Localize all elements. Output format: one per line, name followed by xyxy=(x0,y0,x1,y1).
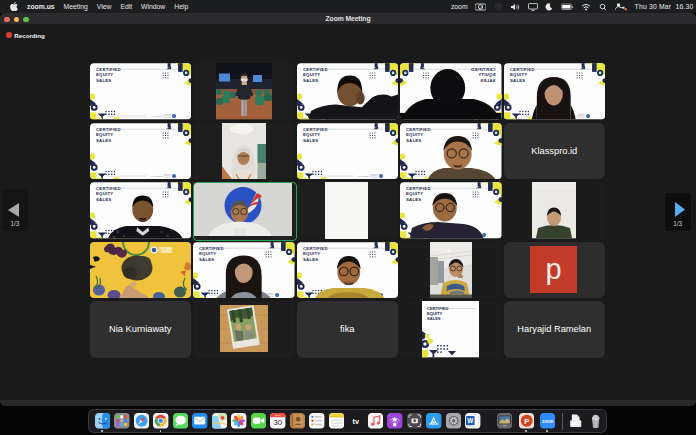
svg-text:CERTIFIED: CERTIFIED xyxy=(427,306,449,311)
svg-text:CHANNEL: CHANNEL xyxy=(158,250,172,254)
svg-text:SALES: SALES xyxy=(427,317,441,322)
svg-text:W: W xyxy=(467,417,473,424)
svg-text:EQUITY: EQUITY xyxy=(427,311,442,316)
svg-text:tv: tv xyxy=(353,417,359,426)
svg-text:30: 30 xyxy=(274,418,283,427)
svg-text:MAR: MAR xyxy=(275,415,281,418)
svg-text:P: P xyxy=(524,417,529,426)
svg-text:zoom: zoom xyxy=(541,419,553,424)
